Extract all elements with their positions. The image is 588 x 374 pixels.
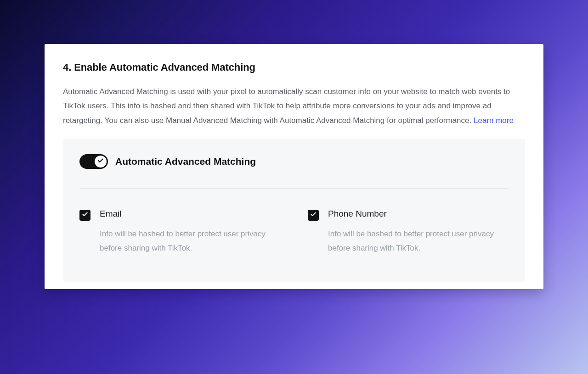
option-phone: Phone Number Info will be hashed to bett…	[308, 209, 509, 255]
automatic-matching-toggle[interactable]	[79, 154, 108, 169]
check-icon	[82, 211, 88, 219]
options-row: Email Info will be hashed to better prot…	[79, 209, 509, 255]
section-description: Automatic Advanced Matching is used with…	[63, 84, 525, 128]
toggle-knob	[95, 156, 107, 167]
settings-card: 4. Enable Automatic Advanced Matching Au…	[45, 44, 543, 289]
learn-more-link[interactable]: Learn more	[474, 116, 514, 125]
section-title: 4. Enable Automatic Advanced Matching	[63, 61, 525, 73]
option-email: Email Info will be hashed to better prot…	[79, 209, 280, 255]
toggle-row: Automatic Advanced Matching	[79, 154, 509, 189]
option-description: Info will be hashed to better protect us…	[328, 227, 509, 255]
email-checkbox[interactable]	[79, 210, 90, 221]
option-title: Email	[100, 209, 280, 219]
option-title: Phone Number	[328, 209, 509, 219]
phone-checkbox[interactable]	[308, 210, 319, 221]
check-icon	[310, 211, 317, 219]
matching-panel: Automatic Advanced Matching Email Info w…	[63, 139, 525, 282]
option-description: Info will be hashed to better protect us…	[100, 227, 280, 255]
check-icon	[97, 157, 104, 166]
option-text: Email Info will be hashed to better prot…	[100, 209, 280, 255]
description-text: Automatic Advanced Matching is used with…	[63, 87, 510, 125]
toggle-label: Automatic Advanced Matching	[115, 156, 256, 167]
option-text: Phone Number Info will be hashed to bett…	[328, 209, 509, 255]
